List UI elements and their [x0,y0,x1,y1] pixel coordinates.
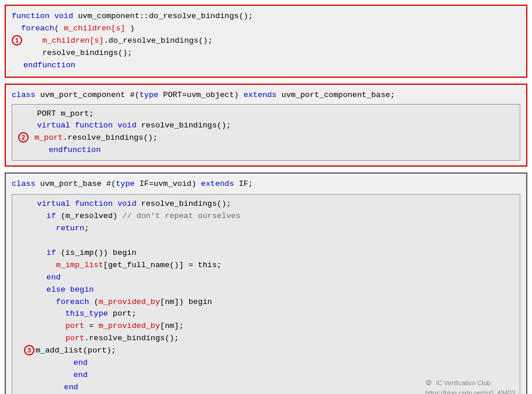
block3-circle-line: m_add_list(port); end end end [36,345,116,394]
code-block-1: function void uvm_component::do_resolve_… [5,5,527,78]
circle-1: 1 [12,35,22,46]
block1-indented: m_children[s].do_resolve_bindings(); res… [23,35,213,72]
block2-line1: class uvm_port_component #(type PORT=uvm… [12,89,520,102]
watermark-icon: ⚙ [425,377,432,389]
circle-3: 3 [24,345,34,355]
watermark: ⚙ IC Verification Club https://blog.csdn… [425,377,520,394]
block2-port: PORT m_port; [18,108,514,120]
block3-line1: class uvm_port_base #(type IF=uvm_void) … [12,178,520,191]
code-block-3: class uvm_port_base #(type IF=uvm_void) … [5,172,527,394]
block3-inner-content: virtual function void resolve_bindings()… [18,198,514,345]
block2-func: virtual function void resolve_bindings()… [18,120,514,132]
watermark-url: https://blog.csdn.net/m0_49403... [425,389,520,394]
watermark-text: IC Verification Club [436,379,491,386]
block3-inner: virtual function void resolve_bindings()… [12,194,520,394]
block1-content: function void uvm_component::do_resolve_… [12,11,520,35]
block2-body: m_port.resolve_bindings(); endfunction [30,132,158,157]
circle-2: 2 [18,132,29,143]
code-block-2: class uvm_port_component #(type PORT=uvm… [5,84,527,167]
block2-inner: PORT m_port; virtual function void resol… [12,104,520,161]
